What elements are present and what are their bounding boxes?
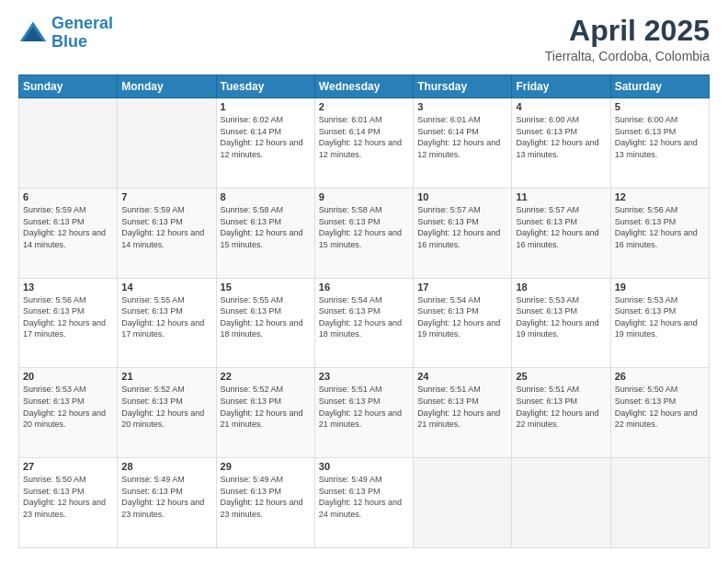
logo-text: General Blue	[51, 15, 113, 52]
day-number: 28	[121, 461, 211, 472]
table-cell: 1Sunrise: 6:02 AMSunset: 6:14 PMDaylight…	[216, 98, 314, 189]
table-cell: 3Sunrise: 6:01 AMSunset: 6:14 PMDaylight…	[414, 98, 512, 189]
table-cell: 18Sunrise: 5:53 AMSunset: 6:13 PMDayligh…	[512, 278, 610, 368]
table-cell: 20Sunrise: 5:53 AMSunset: 6:13 PMDayligh…	[19, 368, 118, 458]
month-title: April 2025	[545, 15, 710, 47]
day-info: Sunrise: 6:00 AMSunset: 6:13 PMDaylight:…	[615, 114, 705, 160]
day-info: Sunrise: 5:57 AMSunset: 6:13 PMDaylight:…	[417, 204, 507, 250]
table-cell: 23Sunrise: 5:51 AMSunset: 6:13 PMDayligh…	[314, 368, 413, 458]
day-number: 8	[221, 191, 311, 202]
day-info: Sunrise: 5:57 AMSunset: 6:13 PMDaylight:…	[516, 204, 606, 250]
table-cell: 27Sunrise: 5:50 AMSunset: 6:13 PMDayligh…	[19, 458, 118, 548]
day-info: Sunrise: 6:01 AMSunset: 6:14 PMDaylight:…	[319, 114, 409, 160]
day-info: Sunrise: 5:53 AMSunset: 6:13 PMDaylight:…	[615, 294, 705, 340]
day-info: Sunrise: 5:53 AMSunset: 6:13 PMDaylight:…	[516, 294, 606, 340]
day-number: 14	[121, 282, 211, 293]
week-row-3: 13Sunrise: 5:56 AMSunset: 6:13 PMDayligh…	[19, 278, 710, 368]
day-info: Sunrise: 5:52 AMSunset: 6:13 PMDaylight:…	[221, 384, 311, 430]
table-cell: 24Sunrise: 5:51 AMSunset: 6:13 PMDayligh…	[414, 368, 512, 458]
day-info: Sunrise: 5:51 AMSunset: 6:13 PMDaylight:…	[417, 384, 507, 430]
day-info: Sunrise: 5:52 AMSunset: 6:13 PMDaylight:…	[121, 384, 211, 430]
day-info: Sunrise: 5:58 AMSunset: 6:13 PMDaylight:…	[319, 204, 409, 250]
day-info: Sunrise: 5:49 AMSunset: 6:13 PMDaylight:…	[221, 474, 311, 520]
logo: General Blue	[18, 15, 113, 52]
table-cell: 25Sunrise: 5:51 AMSunset: 6:13 PMDayligh…	[512, 368, 610, 458]
day-number: 20	[23, 371, 113, 382]
table-cell: 19Sunrise: 5:53 AMSunset: 6:13 PMDayligh…	[610, 278, 709, 368]
day-number: 7	[121, 191, 211, 202]
day-info: Sunrise: 5:49 AMSunset: 6:13 PMDaylight:…	[121, 474, 211, 520]
week-row-2: 6Sunrise: 5:59 AMSunset: 6:13 PMDaylight…	[19, 188, 710, 278]
table-cell	[610, 458, 709, 548]
day-info: Sunrise: 5:49 AMSunset: 6:13 PMDaylight:…	[319, 474, 409, 520]
day-number: 23	[319, 371, 409, 382]
title-area: April 2025 Tierralta, Cordoba, Colombia	[545, 15, 710, 63]
table-cell: 22Sunrise: 5:52 AMSunset: 6:13 PMDayligh…	[216, 368, 314, 458]
day-number: 3	[417, 101, 507, 112]
day-info: Sunrise: 6:02 AMSunset: 6:14 PMDaylight:…	[221, 114, 311, 160]
day-number: 30	[319, 461, 409, 472]
day-info: Sunrise: 6:01 AMSunset: 6:14 PMDaylight:…	[417, 114, 507, 160]
table-cell	[414, 458, 512, 548]
logo-icon	[18, 18, 48, 48]
calendar-table: Sunday Monday Tuesday Wednesday Thursday…	[18, 75, 710, 548]
header-monday: Monday	[118, 75, 216, 98]
page: General Blue April 2025 Tierralta, Cordo…	[0, 0, 728, 563]
table-cell: 29Sunrise: 5:49 AMSunset: 6:13 PMDayligh…	[216, 458, 314, 548]
table-cell: 26Sunrise: 5:50 AMSunset: 6:13 PMDayligh…	[610, 368, 709, 458]
day-info: Sunrise: 6:00 AMSunset: 6:13 PMDaylight:…	[516, 114, 606, 160]
week-row-5: 27Sunrise: 5:50 AMSunset: 6:13 PMDayligh…	[19, 458, 710, 548]
table-cell: 8Sunrise: 5:58 AMSunset: 6:13 PMDaylight…	[216, 188, 314, 278]
table-cell: 12Sunrise: 5:56 AMSunset: 6:13 PMDayligh…	[610, 188, 709, 278]
day-info: Sunrise: 5:50 AMSunset: 6:13 PMDaylight:…	[23, 474, 113, 520]
day-number: 19	[615, 282, 705, 293]
table-cell: 5Sunrise: 6:00 AMSunset: 6:13 PMDaylight…	[610, 98, 709, 189]
week-row-4: 20Sunrise: 5:53 AMSunset: 6:13 PMDayligh…	[19, 368, 710, 458]
table-cell: 13Sunrise: 5:56 AMSunset: 6:13 PMDayligh…	[19, 278, 118, 368]
table-cell: 7Sunrise: 5:59 AMSunset: 6:13 PMDaylight…	[118, 188, 216, 278]
day-number: 15	[221, 282, 311, 293]
table-cell: 6Sunrise: 5:59 AMSunset: 6:13 PMDaylight…	[19, 188, 118, 278]
table-cell: 2Sunrise: 6:01 AMSunset: 6:14 PMDaylight…	[314, 98, 413, 189]
day-number: 18	[516, 282, 606, 293]
day-info: Sunrise: 5:58 AMSunset: 6:13 PMDaylight:…	[221, 204, 311, 250]
day-info: Sunrise: 5:55 AMSunset: 6:13 PMDaylight:…	[221, 294, 311, 340]
day-number: 17	[417, 282, 507, 293]
day-info: Sunrise: 5:56 AMSunset: 6:13 PMDaylight:…	[615, 204, 705, 250]
day-number: 13	[23, 282, 113, 293]
table-cell: 15Sunrise: 5:55 AMSunset: 6:13 PMDayligh…	[216, 278, 314, 368]
day-number: 24	[417, 371, 507, 382]
header-saturday: Saturday	[610, 75, 709, 98]
day-number: 26	[615, 371, 705, 382]
day-info: Sunrise: 5:56 AMSunset: 6:13 PMDaylight:…	[23, 294, 113, 340]
day-info: Sunrise: 5:51 AMSunset: 6:13 PMDaylight:…	[319, 384, 409, 430]
day-number: 9	[319, 191, 409, 202]
day-number: 21	[121, 371, 211, 382]
header-friday: Friday	[512, 75, 610, 98]
table-cell: 16Sunrise: 5:54 AMSunset: 6:13 PMDayligh…	[314, 278, 413, 368]
table-cell: 9Sunrise: 5:58 AMSunset: 6:13 PMDaylight…	[314, 188, 413, 278]
table-cell: 4Sunrise: 6:00 AMSunset: 6:13 PMDaylight…	[512, 98, 610, 189]
table-cell: 10Sunrise: 5:57 AMSunset: 6:13 PMDayligh…	[414, 188, 512, 278]
header-sunday: Sunday	[19, 75, 118, 98]
day-number: 25	[516, 371, 606, 382]
day-number: 12	[615, 191, 705, 202]
day-number: 4	[516, 101, 606, 112]
day-info: Sunrise: 5:54 AMSunset: 6:13 PMDaylight:…	[319, 294, 409, 340]
location: Tierralta, Cordoba, Colombia	[545, 49, 710, 63]
day-info: Sunrise: 5:53 AMSunset: 6:13 PMDaylight:…	[23, 384, 113, 430]
day-number: 11	[516, 191, 606, 202]
day-number: 5	[615, 101, 705, 112]
header-wednesday: Wednesday	[314, 75, 413, 98]
header-thursday: Thursday	[414, 75, 512, 98]
table-cell: 11Sunrise: 5:57 AMSunset: 6:13 PMDayligh…	[512, 188, 610, 278]
header-tuesday: Tuesday	[216, 75, 314, 98]
day-number: 27	[23, 461, 113, 472]
day-info: Sunrise: 5:50 AMSunset: 6:13 PMDaylight:…	[615, 384, 705, 430]
table-cell: 14Sunrise: 5:55 AMSunset: 6:13 PMDayligh…	[118, 278, 216, 368]
table-cell: 30Sunrise: 5:49 AMSunset: 6:13 PMDayligh…	[314, 458, 413, 548]
table-cell	[19, 98, 118, 189]
day-info: Sunrise: 5:55 AMSunset: 6:13 PMDaylight:…	[121, 294, 211, 340]
table-cell: 17Sunrise: 5:54 AMSunset: 6:13 PMDayligh…	[414, 278, 512, 368]
weekday-header-row: Sunday Monday Tuesday Wednesday Thursday…	[19, 75, 710, 98]
